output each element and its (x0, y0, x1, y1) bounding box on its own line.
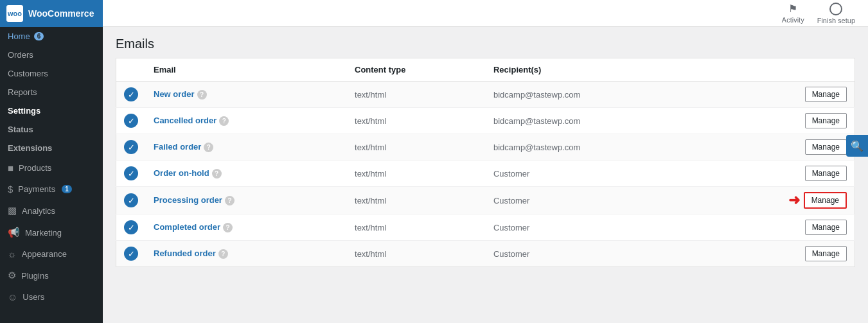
manage-cell: Manage (700, 241, 855, 267)
manage-button[interactable]: Manage (805, 220, 847, 235)
help-icon[interactable]: ? (218, 249, 228, 259)
check-cell: ✓ (116, 241, 146, 267)
email-name-link[interactable]: New order (154, 89, 195, 99)
emails-table: Email Content type Recipient(s) ✓New ord… (116, 58, 855, 267)
finish-setup-button[interactable]: Finish setup (817, 3, 855, 24)
email-name-link[interactable]: Refunded order (154, 249, 216, 258)
payments-badge: 1 (62, 185, 72, 193)
help-icon[interactable]: ? (212, 169, 222, 179)
content-type-cell: text/html (347, 134, 486, 161)
table-row: ✓Cancelled order?text/htmlbidcamp@tastew… (116, 108, 855, 134)
email-name-link[interactable]: Processing order (154, 195, 222, 205)
check-cell: ✓ (116, 82, 146, 108)
check-cell: ✓ (116, 187, 146, 214)
highlighted-manage-wrapper: ➜Manage (707, 192, 847, 209)
sidebar-item-reports[interactable]: Reports (0, 83, 103, 101)
sidebar-item-marketing[interactable]: 📢 Marketing (0, 222, 103, 243)
sidebar-item-status[interactable]: Status (0, 120, 103, 139)
help-icon[interactable]: ? (223, 223, 233, 232)
floating-search-button[interactable]: 🔍 (846, 135, 868, 157)
sidebar-item-customers[interactable]: Customers (0, 64, 103, 83)
enabled-check-icon: ✓ (124, 166, 138, 180)
col-actions (700, 58, 855, 82)
manage-cell: Manage (700, 82, 855, 108)
manage-cell: Manage (700, 108, 855, 134)
sidebar-item-settings[interactable]: Settings (0, 101, 103, 120)
email-name-link[interactable]: Cancelled order (154, 116, 217, 125)
email-name-cell: Processing order? (146, 187, 347, 214)
sidebar-brand-header[interactable]: woo WooCommerce (0, 0, 103, 27)
sidebar-item-users[interactable]: ☺ Users (0, 286, 103, 308)
analytics-icon: ▩ (8, 205, 17, 216)
content-type-cell: text/html (347, 82, 486, 108)
table-header-row: Email Content type Recipient(s) (116, 58, 855, 82)
sidebar: woo WooCommerce Home 6 Orders Customers … (0, 0, 103, 323)
help-icon[interactable]: ? (219, 116, 229, 126)
woocommerce-logo: woo (6, 5, 23, 22)
email-name-link[interactable]: Completed order (154, 222, 220, 232)
marketing-icon: 📢 (8, 227, 20, 238)
help-icon[interactable]: ? (225, 196, 235, 205)
sidebar-item-plugins[interactable]: ⚙ Plugins (0, 265, 103, 286)
manage-button[interactable]: Manage (805, 166, 847, 181)
sidebar-item-payments[interactable]: $ Payments 1 (0, 179, 103, 200)
table-row: ✓Processing order?text/htmlCustomer➜Mana… (116, 187, 855, 214)
col-email: Email (146, 58, 347, 82)
manage-button[interactable]: Manage (805, 139, 847, 155)
manage-button[interactable]: Manage (805, 87, 847, 102)
email-name-link[interactable]: Order on-hold (154, 168, 209, 178)
activity-button[interactable]: ⚑ Activity (782, 3, 804, 24)
content-type-cell: text/html (347, 214, 486, 241)
email-name-cell: Cancelled order? (146, 108, 347, 134)
col-content-type: Content type (347, 58, 486, 82)
email-table-body: ✓New order?text/htmlbidcamp@tastewp.comM… (116, 82, 855, 267)
content-type-cell: text/html (347, 161, 486, 187)
email-name-cell: Failed order? (146, 134, 347, 161)
recipient-cell: Customer (486, 241, 700, 267)
activity-label: Activity (782, 16, 804, 24)
sidebar-item-home[interactable]: Home 6 (0, 27, 103, 46)
red-arrow-icon: ➜ (788, 192, 800, 209)
enabled-check-icon: ✓ (124, 140, 138, 154)
activity-icon: ⚑ (788, 3, 797, 15)
table-row: ✓Failed order?text/htmlbidcamp@tastewp.c… (116, 134, 855, 161)
main-content: ⚑ Activity Finish setup Emails Email Con… (103, 0, 868, 323)
table-row: ✓Order on-hold?text/htmlCustomerManage (116, 161, 855, 187)
manage-button[interactable]: Manage (805, 246, 847, 261)
check-cell: ✓ (116, 161, 146, 187)
manage-button-highlighted[interactable]: Manage (804, 192, 847, 209)
table-row: ✓Completed order?text/htmlCustomerManage (116, 214, 855, 241)
recipient-cell: bidcamp@tastewp.com (486, 134, 700, 161)
users-icon: ☺ (8, 292, 17, 302)
sidebar-item-orders[interactable]: Orders (0, 46, 103, 64)
sidebar-item-analytics[interactable]: ▩ Analytics (0, 200, 103, 222)
home-label: Home (8, 31, 30, 41)
search-icon: 🔍 (851, 140, 864, 152)
col-check (116, 58, 146, 82)
help-icon[interactable]: ? (204, 143, 213, 152)
email-name-link[interactable]: Failed order (154, 142, 201, 152)
col-recipients: Recipient(s) (486, 58, 700, 82)
home-badge: 6 (34, 32, 44, 40)
manage-cell: ➜Manage (700, 187, 855, 214)
topbar: ⚑ Activity Finish setup (103, 0, 868, 27)
sidebar-item-extensions[interactable]: Extensions (0, 139, 103, 157)
table-row: ✓Refunded order?text/htmlCustomerManage (116, 241, 855, 267)
plugins-icon: ⚙ (8, 270, 16, 281)
manage-button[interactable]: Manage (805, 113, 847, 128)
finish-setup-icon (829, 3, 842, 15)
recipient-cell: Customer (486, 214, 700, 241)
email-name-cell: New order? (146, 82, 347, 108)
help-icon[interactable]: ? (197, 90, 207, 100)
sidebar-item-products[interactable]: ■ Products (0, 157, 103, 179)
check-cell: ✓ (116, 214, 146, 241)
enabled-check-icon: ✓ (124, 193, 138, 207)
manage-cell: Manage (700, 134, 855, 161)
content-type-cell: text/html (347, 241, 486, 267)
page-title: Emails (116, 27, 855, 58)
recipient-cell: bidcamp@tastewp.com (486, 82, 700, 108)
logo-text: woo (8, 10, 22, 17)
sidebar-item-appearance[interactable]: ☼ Appearance (0, 243, 103, 265)
email-name-cell: Refunded order? (146, 241, 347, 267)
appearance-icon: ☼ (8, 249, 17, 259)
